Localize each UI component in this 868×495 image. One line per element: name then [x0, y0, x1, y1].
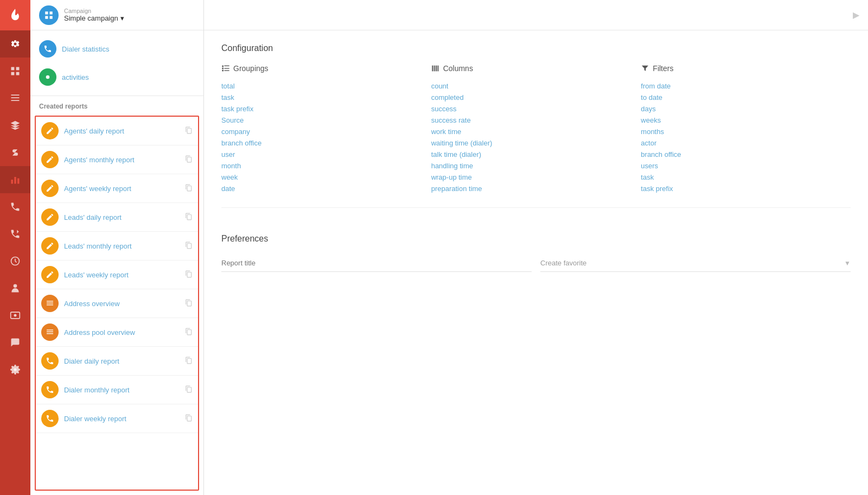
- copy-report-button[interactable]: [185, 299, 193, 308]
- copy-report-button[interactable]: [185, 328, 193, 337]
- config-item[interactable]: branch office: [641, 149, 851, 160]
- config-item[interactable]: handling time: [431, 160, 641, 172]
- flame-icon: [8, 8, 23, 23]
- config-item[interactable]: actor: [641, 137, 851, 149]
- nav-item-clock[interactable]: [0, 248, 30, 275]
- copy-report-button[interactable]: [185, 126, 193, 136]
- report-title-input[interactable]: [221, 255, 532, 272]
- campaign-icon: [39, 5, 59, 25]
- config-item[interactable]: count: [431, 80, 641, 92]
- config-item[interactable]: month: [221, 160, 431, 172]
- config-item[interactable]: to date: [641, 92, 851, 103]
- filters-column: Filters from dateto datedaysweeksmonthsa…: [641, 64, 851, 194]
- report-item[interactable]: Leads' daily report: [36, 203, 198, 232]
- report-item[interactable]: Dialer weekly report: [36, 404, 198, 433]
- config-item[interactable]: task prefix: [221, 103, 431, 115]
- sidebar-item-dialer-statistics[interactable]: Dialer statistics: [30, 35, 203, 63]
- campaign-label: Campaign: [64, 8, 124, 14]
- report-icon: [41, 323, 59, 341]
- report-icon: [41, 410, 59, 427]
- copy-report-button[interactable]: [185, 184, 193, 193]
- nav-item-chart[interactable]: [0, 166, 30, 193]
- svg-rect-17: [45, 16, 48, 18]
- config-item[interactable]: date: [221, 183, 431, 194]
- money-icon: [10, 310, 21, 321]
- copy-report-button[interactable]: [185, 270, 193, 280]
- nav-item-grid[interactable]: [0, 58, 30, 85]
- app-logo[interactable]: [0, 0, 30, 30]
- nav-item-phone-transfer[interactable]: [0, 220, 30, 248]
- config-item[interactable]: success: [431, 103, 641, 115]
- report-item[interactable]: Agents' monthly report: [36, 145, 198, 174]
- nav-item-cog[interactable]: [0, 356, 30, 383]
- config-item[interactable]: branch office: [221, 137, 431, 149]
- svg-rect-20: [47, 301, 53, 301]
- config-item[interactable]: user: [221, 149, 431, 160]
- config-item[interactable]: work time: [431, 126, 641, 137]
- config-item[interactable]: task: [221, 92, 431, 103]
- report-item[interactable]: Agents' weekly report: [36, 174, 198, 203]
- config-item[interactable]: task: [641, 172, 851, 183]
- config-item[interactable]: week: [221, 172, 431, 183]
- campaign-name[interactable]: Simple campaign ▾: [64, 14, 124, 22]
- nav-item-person[interactable]: [0, 275, 30, 302]
- copy-report-button[interactable]: [185, 414, 193, 423]
- svg-rect-16: [50, 11, 53, 14]
- report-name: Dialer weekly report: [64, 415, 180, 423]
- svg-rect-25: [47, 333, 53, 334]
- report-name: Address overview: [64, 300, 180, 308]
- config-item[interactable]: total: [221, 80, 431, 92]
- copy-report-button[interactable]: [185, 155, 193, 164]
- reports-list: Agents' daily report Agents' monthly rep…: [35, 116, 199, 491]
- copy-report-button[interactable]: [185, 213, 193, 222]
- nav-item-dollar[interactable]: [0, 139, 30, 166]
- sidebar-item-activities[interactable]: activities: [30, 63, 203, 91]
- preferences-grid: Create favorite Create favoriteOption 1O…: [221, 255, 851, 272]
- config-item[interactable]: days: [641, 103, 851, 115]
- report-icon: [41, 237, 59, 255]
- config-item[interactable]: months: [641, 126, 851, 137]
- report-item[interactable]: Leads' monthly report: [36, 232, 198, 261]
- config-item[interactable]: users: [641, 160, 851, 172]
- config-item[interactable]: Source: [221, 115, 431, 126]
- create-favorite-select[interactable]: Create favorite Create favoriteOption 1O…: [540, 255, 851, 271]
- config-item[interactable]: company: [221, 126, 431, 137]
- svg-rect-22: [47, 304, 53, 305]
- report-item[interactable]: Address overview: [36, 289, 198, 318]
- config-item[interactable]: preparation time: [431, 183, 641, 194]
- copy-report-button[interactable]: [185, 357, 193, 366]
- nav-item-list[interactable]: [0, 85, 30, 112]
- config-item[interactable]: talk time (dialer): [431, 149, 641, 160]
- svg-rect-1: [16, 67, 20, 71]
- nav-item-layers[interactable]: [0, 112, 30, 139]
- report-item[interactable]: Dialer daily report: [36, 347, 198, 376]
- config-item[interactable]: success rate: [431, 115, 641, 126]
- svg-rect-4: [11, 94, 20, 96]
- report-item[interactable]: Agents' daily report: [36, 117, 198, 145]
- cog-icon: [10, 364, 21, 375]
- report-item[interactable]: Address pool overview: [36, 318, 198, 347]
- nav-item-settings[interactable]: [0, 30, 30, 58]
- columns-header: Columns: [431, 64, 641, 73]
- report-name: Leads' daily report: [64, 213, 180, 221]
- config-item[interactable]: from date: [641, 80, 851, 92]
- config-item[interactable]: weeks: [641, 115, 851, 126]
- columns-column: Columns countcompletedsuccesssuccess rat…: [431, 64, 641, 194]
- config-grid: Groupings totaltasktask prefixSourcecomp…: [221, 64, 851, 208]
- nav-item-chat[interactable]: [0, 329, 30, 356]
- report-icon: [41, 208, 59, 226]
- expand-button[interactable]: ▶: [853, 10, 859, 20]
- copy-report-button[interactable]: [185, 385, 193, 395]
- config-item[interactable]: task prefix: [641, 183, 851, 194]
- copy-report-button[interactable]: [185, 242, 193, 251]
- report-item[interactable]: Leads' weekly report: [36, 261, 198, 289]
- report-item[interactable]: Dialer monthly report: [36, 376, 198, 404]
- report-name: Agents' daily report: [64, 127, 180, 135]
- nav-item-phone-ring[interactable]: [0, 193, 30, 220]
- config-item[interactable]: waiting time (dialer): [431, 137, 641, 149]
- nav-item-money[interactable]: [0, 302, 30, 329]
- report-name: Leads' weekly report: [64, 271, 180, 279]
- config-item[interactable]: wrap-up time: [431, 172, 641, 183]
- config-item[interactable]: completed: [431, 92, 641, 103]
- svg-rect-23: [47, 329, 53, 330]
